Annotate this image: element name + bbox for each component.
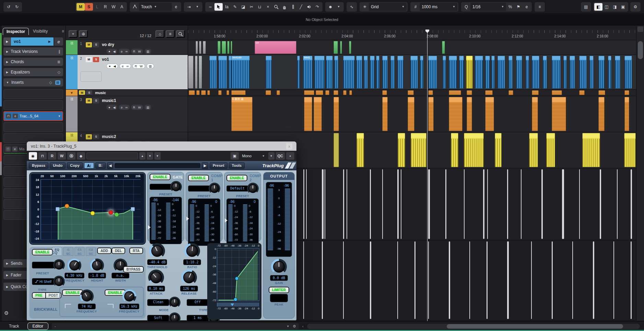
clip[interactable] (526, 56, 529, 89)
clip[interactable] (356, 133, 364, 167)
track-row-vo-dry[interactable]: ⌇⌇ 1 M S vo dry ●◀ e∞ RW ▥ (66, 40, 188, 55)
clip[interactable] (333, 97, 339, 131)
trackplug-copy-button[interactable]: Copy (67, 162, 83, 169)
clip[interactable] (408, 97, 414, 131)
iterative-quantize-icon[interactable]: % (506, 3, 514, 11)
clip[interactable] (349, 41, 351, 54)
clip[interactable] (397, 169, 399, 239)
preset-down-icon[interactable]: ▼ (147, 152, 153, 160)
inspector-settings-gear-icon[interactable]: ⚙ (4, 310, 9, 316)
write-automation-icon[interactable]: W (140, 65, 143, 68)
clip[interactable] (469, 241, 470, 319)
freeze-icon[interactable]: ∞ (125, 106, 127, 109)
eq-preset-control[interactable] (32, 259, 65, 271)
clip[interactable] (376, 56, 379, 89)
pre-button[interactable]: PRE (32, 292, 46, 299)
clip[interactable] (428, 241, 429, 319)
write-automation-icon[interactable]: W (138, 50, 141, 53)
clip[interactable] (449, 90, 461, 95)
clip[interactable] (589, 56, 594, 89)
clip[interactable] (304, 97, 312, 131)
clip[interactable] (467, 97, 472, 131)
clip[interactable] (451, 133, 458, 167)
clip[interactable] (188, 56, 194, 89)
clip[interactable] (304, 90, 314, 95)
clip[interactable] (543, 56, 547, 89)
clip[interactable] (218, 41, 221, 54)
clip[interactable] (343, 90, 347, 95)
clip[interactable] (624, 90, 629, 95)
monitor-icon[interactable]: ◀ (113, 106, 115, 109)
clip[interactable] (467, 90, 472, 95)
clip[interactable] (600, 169, 601, 239)
clip[interactable] (613, 241, 614, 319)
color-menu-icon[interactable]: ☻ (326, 3, 335, 11)
clip[interactable] (334, 56, 338, 89)
audiowarp-quantize-icon[interactable]: ⚑ (514, 3, 523, 11)
horizontal-scroll-handle[interactable] (447, 324, 623, 329)
clip[interactable] (608, 56, 611, 89)
solo-button[interactable]: S (93, 134, 99, 139)
clip[interactable] (487, 241, 488, 319)
record-arm-icon[interactable]: ● (109, 65, 110, 68)
solo-button[interactable]: S (86, 90, 92, 95)
clip[interactable]: 19 (255, 41, 296, 54)
clip[interactable] (532, 90, 539, 95)
clip[interactable] (598, 56, 605, 89)
clip[interactable] (218, 90, 222, 95)
clip[interactable] (398, 133, 405, 167)
clip[interactable] (579, 169, 580, 239)
mute-tool[interactable]: × (264, 3, 272, 11)
plugin-menu-icon[interactable]: ▼ (268, 152, 274, 160)
clip[interactable] (325, 90, 329, 95)
clip[interactable]: 6 扉页 递 (231, 97, 253, 131)
clip[interactable] (598, 97, 605, 131)
listen-button[interactable]: L (93, 3, 101, 11)
clip[interactable] (563, 56, 567, 89)
split-tool[interactable]: ✂ (247, 3, 256, 11)
clip[interactable] (615, 56, 620, 89)
trackplug-bypass-button[interactable]: Bypass (29, 162, 48, 169)
draw-tool[interactable]: ✎ (231, 3, 239, 11)
clip[interactable] (414, 241, 415, 319)
comp2-enable-button[interactable]: ENABLE (226, 175, 247, 181)
bypass-slot-icon[interactable]: □ (5, 147, 11, 151)
preset-menu-icon[interactable]: ▼ (154, 152, 161, 160)
clip[interactable] (631, 169, 632, 239)
clip[interactable] (227, 41, 230, 54)
scrub-tool[interactable]: ↷ (313, 3, 321, 11)
mute-button[interactable]: M (86, 42, 92, 47)
clip[interactable] (203, 41, 206, 54)
timeline-ruler[interactable]: 1:58:002:00:002:02:002:04:002:06:002:08:… (188, 30, 636, 40)
clip[interactable] (570, 56, 575, 89)
snap-icon[interactable]: ✳ (361, 3, 369, 11)
clip[interactable] (579, 90, 585, 95)
lock-icon[interactable]: ▪ (286, 152, 294, 160)
track-filter-list-icon[interactable]: ≡ (166, 30, 175, 38)
clip[interactable] (442, 41, 445, 54)
clip[interactable] (340, 41, 342, 54)
eq-band3-handle-selected[interactable] (108, 210, 113, 215)
sidebar-item-equalizers[interactable]: ▶ Equalizers ◇ (3, 68, 63, 76)
comp1-threshold-marker[interactable] (186, 217, 189, 221)
preset-next-icon[interactable]: ▶ (202, 162, 208, 169)
clip[interactable] (231, 41, 232, 54)
sidebar-item-track-versions[interactable]: ▶ Track Versions ∥ (3, 47, 63, 56)
playhead[interactable] (427, 30, 428, 321)
clip[interactable] (475, 56, 483, 89)
read-all-button[interactable]: R (101, 3, 109, 11)
clip[interactable] (314, 56, 325, 89)
preset-up-icon[interactable]: ▲ (139, 152, 145, 160)
clip[interactable] (196, 41, 198, 54)
clip[interactable] (196, 90, 200, 95)
clip[interactable] (552, 90, 562, 95)
clip[interactable] (410, 56, 418, 89)
clip[interactable] (552, 241, 553, 319)
solo-all-button[interactable]: S (85, 3, 93, 11)
clip[interactable] (199, 56, 202, 89)
edit-channel-icon[interactable]: e (121, 106, 122, 109)
insert-slot-empty[interactable] (3, 100, 63, 110)
eq-graph-panel[interactable]: 20501002005001k2k5k10k20k 24181260-6-12-… (29, 172, 146, 245)
trackplug-undo-button[interactable]: Undo (50, 162, 66, 169)
clip[interactable] (316, 90, 323, 95)
